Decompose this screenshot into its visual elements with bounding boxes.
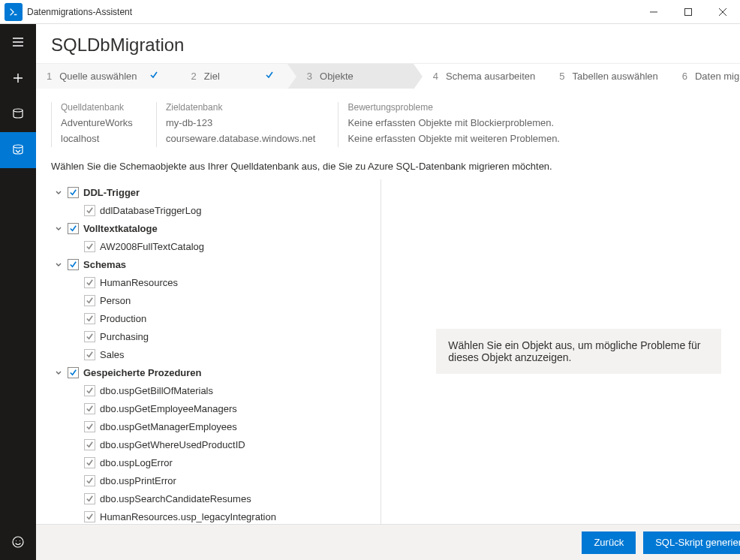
tree-group-label: Volltextkataloge [83, 223, 158, 234]
checkbox[interactable] [84, 439, 95, 450]
tree-item-label: dbo.uspPrintError [100, 475, 176, 486]
tree-item-label: dbo.uspGetWhereUsedProductID [100, 439, 245, 450]
tree-item-label: Production [100, 313, 146, 324]
page-title: SQLDbMigration [36, 24, 740, 63]
checkbox[interactable] [84, 313, 95, 324]
expand-icon[interactable] [54, 224, 63, 233]
checkbox[interactable] [84, 511, 95, 522]
tree-group-label: Gespeicherte Prozeduren [83, 367, 202, 378]
generate-sql-button[interactable]: SQL-Skript generieren [643, 531, 740, 554]
checkbox[interactable] [84, 385, 95, 396]
issues-block: Bewertungsprobleme Keine erfassten Objek… [338, 102, 740, 147]
step-6[interactable]: 6 Daten migrieren [672, 64, 740, 89]
placeholder-message: Wählen Sie ein Objekt aus, um mögliche P… [436, 329, 721, 374]
tree-item-label: dbo.uspLogError [100, 457, 173, 468]
tree-item-label: Sales [100, 349, 125, 360]
checkbox[interactable] [84, 331, 95, 342]
expand-icon[interactable] [54, 369, 63, 378]
step-2[interactable]: 2 Ziel [172, 64, 287, 89]
tree-item-label: Purchasing [100, 331, 149, 342]
checkbox[interactable] [84, 457, 95, 468]
object-tree[interactable]: DDL-TriggerddlDatabaseTriggerLogVolltext… [51, 179, 381, 524]
checkbox[interactable] [84, 241, 95, 252]
tree-item[interactable]: AW2008FullTextCatalog [51, 238, 378, 256]
new-button[interactable] [0, 60, 36, 96]
tree-item[interactable]: dbo.uspSearchCandidateResumes [51, 490, 378, 508]
checkbox[interactable] [68, 367, 79, 378]
left-nav [0, 24, 36, 560]
tree-item-label: dbo.uspGetManagerEmployees [100, 421, 237, 432]
step-3[interactable]: 3 Objekte [287, 64, 414, 89]
tree-group[interactable]: Gespeicherte Prozeduren [51, 364, 378, 382]
svg-point-3 [13, 537, 23, 547]
tree-item-label: ddlDatabaseTriggerLog [100, 205, 201, 216]
tree-group[interactable]: DDL-Trigger [51, 184, 378, 202]
tree-group-label: Schemas [83, 259, 126, 270]
expand-icon[interactable] [54, 188, 63, 197]
open-button[interactable] [0, 96, 36, 132]
svg-rect-0 [685, 8, 692, 15]
checkbox[interactable] [84, 277, 95, 288]
tree-group[interactable]: Schemas [51, 256, 378, 274]
tree-item[interactable]: Person [51, 292, 378, 310]
tree-item[interactable]: dbo.uspGetEmployeeManagers [51, 400, 378, 418]
step-5[interactable]: 5 Tabellen auswählen [549, 64, 671, 89]
info-row: Quelldatenbank AdventureWorks localhost … [36, 89, 740, 155]
source-db-block: Quelldatenbank AdventureWorks localhost [51, 102, 134, 147]
check-icon [265, 71, 274, 82]
tree-item[interactable]: dbo.uspGetBillOfMaterials [51, 382, 378, 400]
tree-group-label: DDL-Trigger [83, 187, 140, 198]
migration-button[interactable] [0, 132, 36, 168]
tree-item-label: dbo.uspGetEmployeeManagers [100, 403, 237, 414]
minimize-button[interactable] [636, 0, 671, 24]
tree-group[interactable]: Volltextkataloge [51, 220, 378, 238]
footer: Zurück SQL-Skript generieren [36, 524, 740, 560]
tree-item-label: AW2008FullTextCatalog [100, 241, 204, 252]
tree-item-label: dbo.uspSearchCandidateResumes [100, 493, 251, 504]
tree-item-label: HumanResources.usp_legacyIntegration [100, 511, 276, 522]
instruction-text: Wählen Sie die Schemaobjekte aus Ihrer Q… [36, 155, 740, 179]
hamburger-button[interactable] [0, 24, 36, 60]
details-panel: Wählen Sie ein Objekt aus, um mögliche P… [395, 179, 740, 524]
tree-item[interactable]: dbo.uspGetManagerEmployees [51, 418, 378, 436]
tree-item[interactable]: Sales [51, 346, 378, 364]
step-4[interactable]: 4 Schema ausarbeiten [414, 64, 549, 89]
target-db-block: Zieldatenbank my-db-123 courseware.datab… [156, 102, 315, 147]
tree-item[interactable]: Purchasing [51, 328, 378, 346]
checkbox[interactable] [84, 493, 95, 504]
checkbox[interactable] [84, 475, 95, 486]
tree-item-label: dbo.uspGetBillOfMaterials [100, 385, 213, 396]
tree-item-label: Person [100, 295, 131, 306]
tree-item[interactable]: Production [51, 310, 378, 328]
step-bar: 1 Quelle auswählen 2 Ziel 3 Objekte 4 Sc… [36, 63, 740, 89]
tree-item-label: HumanResources [100, 277, 178, 288]
step-1[interactable]: 1 Quelle auswählen [36, 64, 172, 89]
app-icon [5, 3, 23, 21]
checkbox[interactable] [68, 187, 79, 198]
svg-point-2 [14, 145, 23, 148]
expand-icon[interactable] [54, 260, 63, 269]
close-button[interactable] [705, 0, 740, 24]
app-title: Datenmigrations-Assistent [27, 7, 132, 17]
main-area: SQLDbMigration 1 Quelle auswählen 2 Ziel… [36, 24, 740, 560]
svg-point-1 [14, 109, 23, 112]
tree-item[interactable]: dbo.uspGetWhereUsedProductID [51, 436, 378, 454]
checkbox[interactable] [68, 259, 79, 270]
maximize-button[interactable] [671, 0, 705, 24]
checkbox[interactable] [84, 403, 95, 414]
back-button[interactable]: Zurück [582, 531, 636, 554]
checkbox[interactable] [84, 421, 95, 432]
titlebar: Datenmigrations-Assistent [0, 0, 740, 24]
feedback-button[interactable] [0, 524, 36, 560]
checkbox[interactable] [84, 349, 95, 360]
tree-item[interactable]: HumanResources [51, 274, 378, 292]
checkbox[interactable] [68, 223, 79, 234]
check-icon [149, 71, 158, 82]
tree-item[interactable]: dbo.uspLogError [51, 454, 378, 472]
tree-item[interactable]: ddlDatabaseTriggerLog [51, 202, 378, 220]
checkbox[interactable] [84, 295, 95, 306]
tree-item[interactable]: HumanResources.usp_legacyIntegration [51, 508, 378, 524]
checkbox[interactable] [84, 205, 95, 216]
tree-item[interactable]: dbo.uspPrintError [51, 472, 378, 490]
